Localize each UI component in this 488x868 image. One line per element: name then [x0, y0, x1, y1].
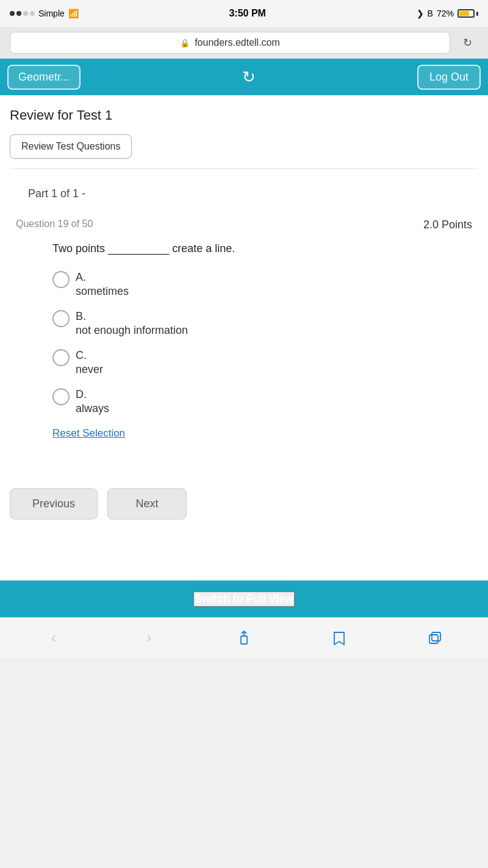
page-content: Review for Test 1 Review Test Questions … — [0, 95, 488, 476]
question-navigation: Previous Next — [0, 476, 488, 532]
radio-a[interactable] — [52, 271, 70, 288]
svg-rect-2 — [432, 632, 440, 641]
signal-dot-1 — [10, 11, 15, 16]
status-right: ❯ B 72% — [417, 9, 478, 18]
previous-button[interactable]: Previous — [10, 488, 98, 519]
svg-rect-1 — [429, 635, 438, 643]
reload-button[interactable]: ↻ — [456, 32, 478, 54]
url-text: founders.edtell.com — [195, 37, 280, 48]
battery-percent: 72% — [437, 9, 454, 18]
status-bar: Simple 📶 3:50 PM ❯ B 72% — [0, 0, 488, 27]
location-icon: ❯ — [417, 9, 424, 18]
ios-bottom-nav: ‹ › — [0, 617, 488, 657]
option-c-label: C. — [76, 349, 103, 362]
signal-dot-3 — [23, 11, 28, 16]
option-d-label: D. — [76, 388, 109, 401]
nav-bar: Geometr... ↻ Log Out — [0, 59, 488, 95]
radio-c[interactable] — [52, 349, 70, 366]
question-header: Question 19 of 50 2.0 Points — [16, 219, 472, 231]
radio-d[interactable] — [52, 388, 70, 405]
carrier-label: Simple — [38, 9, 65, 18]
question-text: Two points __________ create a line. — [16, 241, 472, 256]
divider — [10, 168, 478, 169]
option-c-content: C. never — [76, 349, 103, 376]
battery-indicator — [458, 9, 478, 18]
option-a: A. sometimes — [16, 271, 472, 298]
option-d: D. always — [16, 388, 472, 415]
svg-rect-0 — [241, 636, 247, 644]
option-b-content: B. not enough information — [76, 310, 188, 337]
next-button[interactable]: Next — [107, 488, 187, 519]
nav-title-button[interactable]: Geometr... — [7, 65, 81, 90]
reset-selection-link[interactable]: Reset Selection — [16, 427, 472, 439]
bottom-action-bar: Switch to Full View — [0, 580, 488, 617]
ios-back-button[interactable]: ‹ — [35, 624, 72, 651]
signal-dots — [10, 11, 35, 16]
ios-share-button[interactable] — [226, 624, 262, 651]
lock-icon: 🔒 — [180, 38, 190, 48]
option-b-text: not enough information — [76, 324, 188, 337]
signal-dot-2 — [16, 11, 21, 16]
radio-b[interactable] — [52, 310, 70, 327]
bluetooth-icon: B — [428, 9, 433, 18]
option-c: C. never — [16, 349, 472, 376]
status-time: 3:50 PM — [229, 8, 265, 19]
review-test-questions-button[interactable]: Review Test Questions — [10, 134, 132, 159]
spacer — [0, 532, 488, 580]
option-a-text: sometimes — [76, 285, 129, 298]
option-c-text: never — [76, 363, 103, 376]
option-a-label: A. — [76, 271, 129, 284]
ios-bookmarks-button[interactable] — [321, 624, 357, 651]
signal-dot-4 — [30, 11, 35, 16]
ios-tabs-button[interactable] — [416, 624, 453, 651]
part-label: Part 1 of 1 - — [28, 187, 478, 200]
option-b-label: B. — [76, 310, 188, 323]
question-number: Question 19 of 50 — [16, 219, 93, 230]
option-d-content: D. always — [76, 388, 109, 415]
ios-forward-button[interactable]: › — [131, 624, 167, 651]
option-d-text: always — [76, 402, 109, 415]
option-a-content: A. sometimes — [76, 271, 129, 298]
battery-fill — [459, 11, 469, 16]
question-points: 2.0 Points — [423, 219, 472, 231]
nav-logout-button[interactable]: Log Out — [417, 65, 481, 90]
url-display[interactable]: 🔒 founders.edtell.com — [10, 32, 450, 54]
nav-refresh-button[interactable]: ↻ — [242, 68, 256, 87]
question-container: Question 19 of 50 2.0 Points Two points … — [10, 219, 478, 439]
address-bar: 🔒 founders.edtell.com ↻ — [0, 27, 488, 59]
status-left: Simple 📶 — [10, 9, 79, 18]
battery-tip — [476, 12, 478, 16]
wifi-icon: 📶 — [68, 9, 79, 18]
option-b: B. not enough information — [16, 310, 472, 337]
switch-view-button[interactable]: Switch to Full View — [193, 591, 295, 607]
page-title: Review for Test 1 — [10, 107, 478, 123]
